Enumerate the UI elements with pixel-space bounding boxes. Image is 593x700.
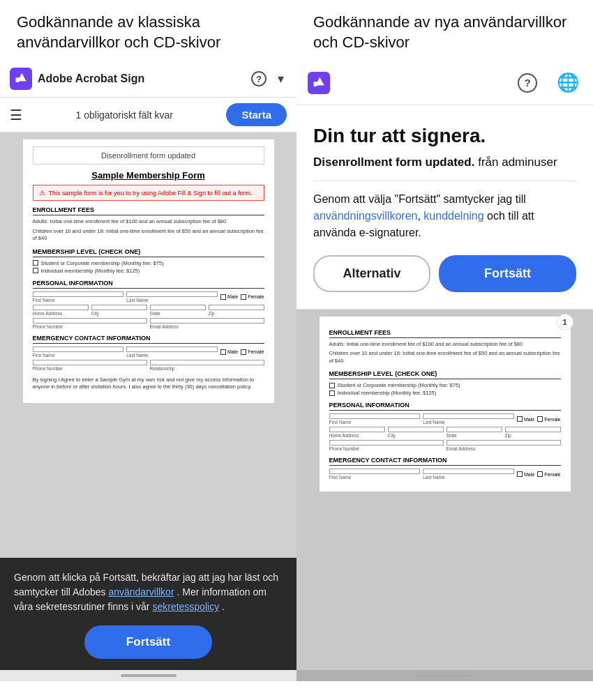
svg-rect-0	[16, 78, 20, 83]
state-field[interactable]	[150, 305, 206, 310]
chevron-down-button[interactable]: ▾	[275, 68, 287, 89]
male-label: Male	[227, 294, 238, 299]
personal-title: PERSONAL INFORMATION	[33, 280, 264, 289]
right-address-row: Home Address City State Zip	[329, 427, 561, 438]
right-help-icon: ?	[518, 73, 537, 93]
last-name-field[interactable]	[126, 291, 218, 297]
right-personal-name-row: First Name Last Name Male Female	[329, 413, 561, 425]
emerg-last-name-field[interactable]	[126, 347, 218, 352]
right-membership-option2-row: Individual membership (Monthly fee: $125…	[329, 390, 561, 396]
last-name-group: Last Name	[126, 291, 218, 303]
consent-text3: .	[222, 601, 225, 612]
phone-field[interactable]	[33, 318, 147, 324]
emerg-relationship-label: Relationship	[150, 366, 264, 371]
right-last-name-field[interactable]	[423, 413, 514, 419]
start-button[interactable]: Starta	[226, 103, 287, 126]
emerg-phone-label: Phone Number	[33, 366, 147, 371]
right-city-field[interactable]	[388, 427, 444, 432]
membership-checkbox2[interactable]	[33, 268, 38, 273]
right-emerg-male-label: Male	[524, 472, 534, 477]
right-state-field[interactable]	[446, 427, 502, 432]
left-scroll-bar	[121, 674, 177, 677]
city-label: City	[91, 311, 147, 316]
alternativ-button[interactable]: Alternativ	[313, 255, 430, 292]
left-fortsatt-button[interactable]: Fortsätt	[84, 625, 212, 659]
right-first-name-label: First Name	[329, 420, 421, 425]
right-help-button[interactable]: ?	[515, 70, 540, 96]
right-emerg-last-name-field[interactable]	[423, 469, 514, 474]
form-warning: ⚠ This sample form is for you to try usi…	[33, 185, 264, 201]
state-label: State	[150, 311, 206, 316]
right-phone-label: Phone Number	[329, 446, 444, 451]
right-emerg-female-checkbox[interactable]	[537, 471, 543, 477]
right-document-area: 1 ENROLLMENT FEES Adults: Initial one-ti…	[296, 310, 593, 670]
left-form: Disenrollment form updated Sample Member…	[23, 139, 274, 403]
right-membership-checkbox2[interactable]	[329, 390, 335, 396]
email-group: Email Address	[150, 318, 264, 329]
zip-label: Zip	[209, 311, 264, 316]
data-sharing-link[interactable]: kunddelning	[423, 210, 483, 222]
right-panel: ? 🌐 Din tur att signera. Disenrollment f…	[296, 61, 593, 681]
right-address-field[interactable]	[329, 427, 385, 432]
right-address-label: Home Address	[329, 433, 385, 438]
field-count: 1 obligatoriskt fält kvar	[76, 109, 173, 121]
right-globe-button[interactable]: 🌐	[554, 69, 582, 96]
right-emerg-female-label: Female	[544, 472, 560, 477]
right-emerg-name-row: First Name Last Name Male Female	[329, 469, 561, 480]
right-female-option: Female	[537, 416, 560, 422]
right-female-checkbox[interactable]	[537, 416, 543, 422]
first-name-field[interactable]	[33, 291, 124, 297]
right-membership-option1-row: Student or Corporate membership (Monthly…	[329, 382, 561, 388]
right-first-name-group: First Name	[329, 413, 421, 425]
right-globe-icon: 🌐	[557, 72, 579, 93]
right-first-name-field[interactable]	[329, 413, 421, 419]
male-checkbox[interactable]	[220, 294, 226, 300]
right-form: 1 ENROLLMENT FEES Adults: Initial one-ti…	[320, 317, 571, 492]
address-field[interactable]	[33, 305, 89, 310]
right-contact-row: Phone Number Email Address	[329, 440, 561, 451]
right-state-group: State	[446, 427, 502, 438]
right-zip-field[interactable]	[505, 427, 561, 432]
emerg-relationship-field[interactable]	[150, 360, 264, 365]
zip-field[interactable]	[209, 305, 264, 310]
emerg-last-name-group: Last Name	[126, 347, 218, 358]
city-field[interactable]	[91, 305, 147, 310]
right-panel-title: Godkännande av nya användarvillkor och C…	[296, 0, 593, 61]
right-membership-title: MEMBERSHIP LEVEL (CHECK ONE)	[329, 370, 561, 379]
right-emerg-gender-row: Male Female	[517, 469, 561, 480]
help-button[interactable]: ?	[248, 68, 269, 89]
right-emerg-first-name-field[interactable]	[329, 469, 421, 474]
emerg-male-label: Male	[227, 349, 238, 354]
right-emerg-female-option: Female	[537, 471, 560, 477]
form-title-label: Disenrollment form updated	[33, 146, 264, 165]
right-male-checkbox[interactable]	[517, 416, 523, 422]
right-phone-field[interactable]	[329, 440, 444, 446]
membership-option1: Student or Corporate membership (Monthly…	[41, 260, 164, 266]
modal-subtitle-rest: från adminuser	[478, 155, 557, 169]
usage-terms-link[interactable]: användningsvillkoren	[313, 210, 417, 222]
user-terms-link[interactable]: användarvillkor	[108, 586, 174, 598]
right-header: ? 🌐	[296, 61, 593, 105]
emerg-first-name-field[interactable]	[33, 347, 124, 352]
phone-group: Phone Number	[33, 318, 147, 329]
emerg-male-checkbox[interactable]	[220, 349, 226, 355]
right-male-option: Male	[517, 416, 534, 422]
emerg-female-checkbox[interactable]	[241, 349, 246, 355]
right-email-field[interactable]	[446, 440, 561, 446]
left-toolbar: ☰ 1 obligatoriskt fält kvar Starta	[0, 98, 296, 132]
right-membership-checkbox1[interactable]	[329, 383, 335, 388]
logo-area: Adobe Acrobat Sign	[10, 68, 144, 90]
emerg-phone-group: Phone Number	[33, 360, 147, 371]
right-emerg-male-checkbox[interactable]	[517, 471, 523, 477]
right-fortsatt-button[interactable]: Fortsätt	[439, 255, 576, 292]
menu-button[interactable]: ☰	[10, 107, 22, 123]
privacy-policy-link[interactable]: sekretesspolicy	[152, 601, 219, 612]
membership-checkbox1[interactable]	[33, 260, 38, 266]
emerg-phone-field[interactable]	[33, 360, 147, 365]
emerg-first-name-group: First Name	[33, 347, 124, 358]
email-field[interactable]	[150, 318, 264, 324]
personal-name-row: First Name Last Name Male Female	[33, 291, 264, 303]
state-group: State	[150, 305, 206, 316]
left-document-area: Disenrollment form updated Sample Member…	[0, 132, 296, 558]
female-checkbox[interactable]	[241, 294, 246, 300]
